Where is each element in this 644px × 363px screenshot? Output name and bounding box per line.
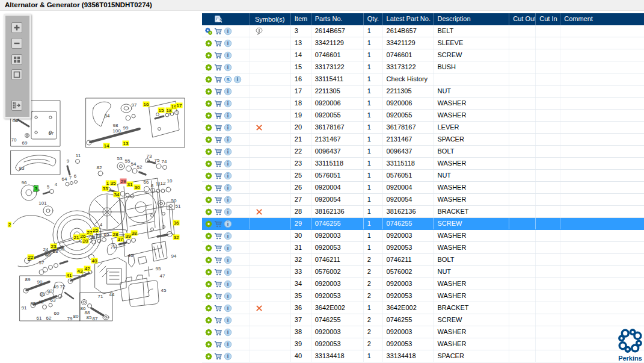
diagram-callout[interactable]: 71 — [97, 294, 104, 299]
gear-icon[interactable] — [204, 160, 213, 168]
info-icon[interactable] — [224, 292, 232, 300]
diagram-callout[interactable]: 67 — [48, 131, 55, 136]
diagram-callout[interactable]: 7 — [69, 175, 72, 181]
gear-icon[interactable] — [204, 99, 213, 108]
table-row[interactable]: 23 33115118 1 33115118 WASHER — [202, 158, 644, 170]
info-icon[interactable] — [224, 256, 232, 264]
diagram-callout[interactable]: 77 — [110, 244, 117, 250]
diagram-callout[interactable]: 63 — [50, 297, 57, 303]
diagram-callout[interactable]: 49 — [53, 284, 60, 290]
gear-icon[interactable] — [204, 268, 213, 276]
info-icon[interactable] — [224, 27, 232, 36]
table-row[interactable]: 39 0920053 2 0920053 WASHER — [202, 338, 644, 350]
gear-icon[interactable] — [204, 87, 213, 96]
diagram-callout[interactable]: 69 — [22, 140, 28, 146]
cart-icon[interactable] — [214, 208, 222, 216]
info-icon[interactable] — [224, 352, 232, 361]
diagram-callout[interactable]: 31 — [127, 182, 133, 187]
diagram-callout[interactable]: 101 — [38, 200, 47, 206]
diagram-callout[interactable]: 30 — [134, 185, 141, 190]
diagram-callout[interactable]: 20 — [82, 238, 89, 244]
diagram-callout[interactable]: 3 — [34, 186, 38, 191]
diagram-callout[interactable]: 81 — [40, 291, 46, 297]
table-row[interactable]: 37 0746255 2 0746255 SCREW — [202, 314, 644, 326]
diagram-callout[interactable]: 58 — [52, 249, 59, 254]
cart-icon[interactable] — [214, 196, 222, 204]
diagram-callout[interactable]: 1 — [106, 181, 109, 186]
diagram-callout[interactable]: 92 — [47, 288, 54, 294]
diagram-callout[interactable]: 98 — [112, 123, 119, 128]
cart-icon[interactable] — [214, 244, 222, 252]
diagram-callout[interactable]: 40 — [91, 258, 98, 264]
info-icon[interactable] — [224, 244, 232, 252]
diagram-callout[interactable]: 35 — [110, 181, 117, 186]
diagram-callout[interactable]: 95 — [155, 266, 162, 271]
diagram-callout[interactable]: 91 — [21, 305, 28, 311]
diagram-callout[interactable]: 37 — [117, 237, 124, 242]
cart-icon[interactable] — [214, 172, 222, 180]
cart-icon[interactable] — [214, 27, 222, 36]
table-row[interactable]: 15 33173122 1 33173122 BUSH — [202, 61, 644, 73]
column-header-latest-part-no[interactable]: Latest Part No. — [383, 13, 434, 25]
cart-icon[interactable] — [214, 87, 222, 96]
cart-icon[interactable] — [214, 75, 222, 84]
column-header-item[interactable]: Item — [291, 13, 311, 25]
cart-icon[interactable] — [214, 111, 222, 120]
diagram-callout[interactable]: 16 — [143, 102, 150, 107]
diagram-callout[interactable]: 56 — [59, 246, 66, 252]
gear-icon[interactable] — [204, 111, 213, 120]
gear-icon[interactable] — [204, 63, 213, 72]
info-icon[interactable] — [224, 208, 232, 216]
diagram-callout[interactable]: 74 — [161, 159, 168, 164]
diagram-callout[interactable]: 76 — [96, 233, 102, 238]
table-row[interactable]: 34 0920003 2 0920003 WASHER — [202, 278, 644, 290]
column-header-parts-no[interactable]: Parts No. — [311, 13, 364, 25]
diagram-callout[interactable]: 36 — [173, 220, 180, 226]
info-icon[interactable] — [224, 123, 232, 132]
diagram-callout[interactable]: 59 — [45, 252, 52, 258]
tile-view-button[interactable] — [11, 54, 22, 65]
table-row[interactable]: 29 0746255 1 0746255 SCREW — [202, 218, 644, 230]
cart-icon[interactable] — [214, 39, 222, 48]
zoom-out-button[interactable] — [11, 38, 22, 49]
diagram-callout[interactable]: 21 — [73, 235, 80, 240]
diagram-callout[interactable]: 84 — [104, 113, 111, 119]
cart-icon[interactable] — [214, 352, 222, 361]
table-row[interactable]: 25 0576051 1 0576051 NUT — [202, 170, 644, 182]
cart-icon[interactable] — [214, 256, 222, 264]
column-header-comment[interactable]: Comment — [560, 13, 644, 25]
gear-icon[interactable] — [204, 280, 213, 288]
diagram-callout[interactable]: 48 — [38, 299, 44, 305]
table-row[interactable]: 14 0746601 1 0746601 SCREW — [202, 49, 644, 61]
diagram-callout[interactable]: 4 — [99, 222, 103, 228]
gear-icon[interactable] — [204, 316, 213, 324]
table-row[interactable]: 36 3642E002 1 3642E002 BRACKET — [202, 302, 644, 314]
info-icon[interactable] — [224, 63, 232, 72]
diagram-callout[interactable]: 10 — [167, 178, 173, 184]
cart-icon[interactable] — [214, 292, 222, 300]
diagram-callout[interactable]: 83 — [19, 166, 25, 171]
cart-icon[interactable] — [214, 123, 222, 132]
column-header-search[interactable] — [202, 13, 250, 25]
column-header-description[interactable]: Description — [434, 13, 509, 25]
table-row[interactable]: 20 36178167 1 36178167 LEVER — [202, 122, 644, 134]
gear-icon[interactable] — [204, 123, 213, 132]
info-icon[interactable] — [224, 340, 232, 349]
table-row[interactable]: 28 38162136 1 38162136 BRACKET — [202, 206, 644, 218]
cart-icon[interactable] — [214, 160, 222, 168]
column-header-qty[interactable]: Qty. — [364, 13, 383, 25]
diagram-callout[interactable]: 13 — [123, 141, 129, 146]
diagram-callout[interactable]: 46 — [127, 253, 134, 258]
table-row[interactable]: 40 33134418 1 33134418 SPACER — [202, 350, 644, 362]
toggle-panel-button[interactable] — [11, 100, 22, 111]
diagram-callout[interactable]: 72 — [60, 284, 66, 290]
diagram-callout[interactable]: 15 — [158, 108, 165, 113]
diagram-callout[interactable]: 24 — [43, 247, 49, 252]
diagram-callout[interactable]: 2 — [8, 222, 11, 228]
diagram-callout[interactable]: 64 — [61, 176, 68, 182]
table-row[interactable]: 32 0746211 2 0746211 BOLT — [202, 254, 644, 266]
diagram-callout[interactable]: 99 — [123, 125, 129, 131]
table-row[interactable]: 22 0096437 1 0096437 BOLT — [202, 146, 644, 158]
diagram-callout[interactable]: 12 — [160, 181, 167, 186]
diagram-callout[interactable]: 26 — [80, 234, 87, 239]
